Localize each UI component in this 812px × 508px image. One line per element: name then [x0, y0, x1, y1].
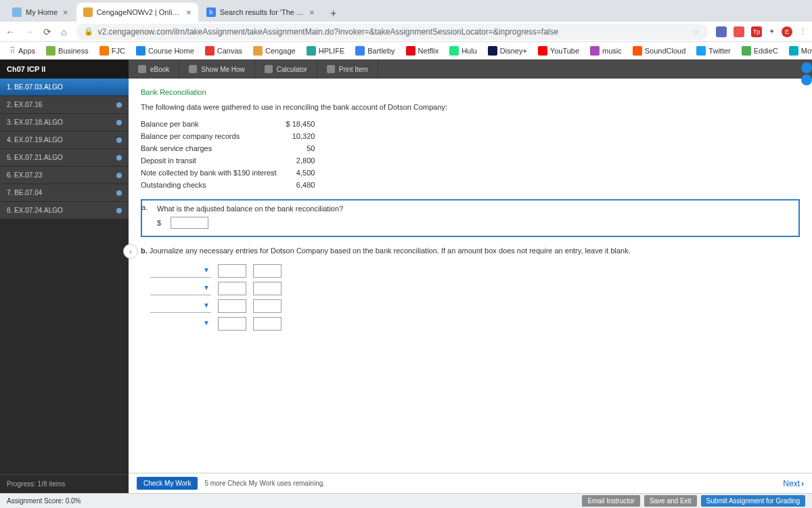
bookmark-item[interactable]: Cengage	[249, 45, 300, 57]
bookmark-item[interactable]: HPLIFE	[302, 45, 349, 57]
bookmark-item[interactable]: Canvas	[201, 45, 246, 57]
bookmark-item[interactable]: Movies	[785, 45, 812, 57]
browser-tab-strip: My Home × CengageNOWv2 | Online teach × …	[0, 0, 812, 22]
bookmark-item[interactable]: Hulu	[445, 45, 481, 57]
account-dropdown[interactable]: ▼	[150, 264, 211, 278]
journal-entry-grid: ▼ ▼ ▼ ▼	[150, 264, 800, 331]
debit-input[interactable]	[218, 317, 246, 331]
bookmark-item[interactable]: Netflix	[402, 45, 443, 57]
reload-icon[interactable]: ⟳	[43, 26, 51, 37]
sidebar-item[interactable]: 6. EX.07.23	[0, 167, 129, 184]
sidebar-header: Ch07 ICP II	[0, 60, 129, 79]
credit-input[interactable]	[253, 299, 281, 313]
table-row: Balance per bank$ 18,450	[141, 118, 324, 130]
save-and-exit-button[interactable]: Save and Exit	[644, 495, 697, 507]
debit-input[interactable]	[218, 282, 246, 295]
bookmark-item[interactable]: FJC	[95, 45, 129, 57]
next-label: Next	[783, 479, 800, 488]
account-dropdown[interactable]: ▼	[150, 299, 211, 313]
bookmark-item[interactable]: ⠿Apps	[5, 45, 39, 57]
toolbar-item[interactable]: Print Item	[317, 60, 378, 79]
puzzle-icon[interactable]: ✦	[769, 27, 775, 36]
browser-toolbar: ← → ⟳ ⌂ 🔒 v2.cengagenow.com/ilrn/takeAss…	[0, 22, 812, 42]
new-tab-button[interactable]: +	[325, 5, 342, 22]
question-letter: a.	[141, 203, 148, 211]
bookmarks-bar: ⠿AppsBusinessFJCCourse HomeCanvasCengage…	[0, 42, 812, 60]
favicon: b	[206, 7, 216, 17]
table-row: Note collected by bank with $190 interes…	[141, 167, 324, 179]
tab-title: CengageNOWv2 | Online teach	[97, 8, 181, 16]
credit-input[interactable]	[253, 264, 281, 278]
sidebar-item[interactable]: 1. BE.07.03.ALGO	[0, 79, 129, 96]
bookmark-item[interactable]: Business	[42, 45, 93, 57]
toolbar-item[interactable]: Calculator	[255, 60, 317, 79]
extension-icon[interactable]	[734, 26, 744, 37]
table-row: Bank service charges50	[141, 142, 324, 154]
forward-icon[interactable]: →	[24, 26, 34, 37]
credit-input[interactable]	[253, 317, 281, 331]
chevron-down-icon: ▼	[203, 284, 210, 291]
question-b-text: b. Journalize any necessary entries for …	[141, 247, 800, 255]
bookmark-item[interactable]: Course Home	[132, 45, 198, 57]
bookmark-item[interactable]: EddieC	[738, 45, 782, 57]
question-a-text: What is the adjusted balance on the bank…	[157, 205, 793, 213]
bookmark-item[interactable]: Bartleby	[351, 45, 399, 57]
bookmark-item[interactable]: Disney+	[484, 45, 531, 57]
table-row: Balance per company records10,320	[141, 130, 324, 142]
browser-tab[interactable]: My Home ×	[5, 3, 75, 22]
submit-assignment-button[interactable]: Submit Assignment for Grading	[701, 495, 805, 507]
support-tab-icon[interactable]	[801, 75, 812, 85]
sidebar-item[interactable]: 8. EX.07.24.ALGO	[0, 202, 129, 219]
tab-title: My Home	[26, 8, 58, 16]
email-instructor-button[interactable]: Email Instructor	[582, 495, 639, 507]
close-icon[interactable]: ×	[186, 7, 191, 18]
star-icon[interactable]: ☆	[692, 27, 700, 37]
check-my-work-button[interactable]: Check My Work	[137, 477, 198, 490]
bookmark-item[interactable]: YouTube	[534, 45, 583, 57]
bookmark-item[interactable]: Twitter	[692, 45, 734, 57]
menu-icon[interactable]: ⋮	[799, 27, 807, 36]
question-a-box: a. What is the adjusted balance on the b…	[141, 199, 800, 237]
sidebar-item[interactable]: 3. EX.07.18.ALGO	[0, 114, 129, 131]
next-button[interactable]: Next›	[783, 479, 804, 488]
sidebar-item[interactable]: 7. BE.07.04	[0, 184, 129, 202]
toolbar-item[interactable]: eBook	[129, 60, 179, 79]
toolbar-item[interactable]: Show Me How	[179, 60, 254, 79]
intro-text: The following data were gathered to use …	[141, 103, 800, 111]
debit-input[interactable]	[218, 299, 246, 313]
question-content: Bank Reconciliation The following data w…	[129, 79, 812, 473]
lock-icon: 🔒	[84, 27, 93, 36]
url-bar[interactable]: 🔒 v2.cengagenow.com/ilrn/takeAssignment/…	[76, 24, 708, 40]
account-dropdown[interactable]: ▼	[150, 317, 211, 331]
help-tab-icon[interactable]	[801, 62, 812, 73]
browser-tab[interactable]: b Search results for 'The followi ×	[200, 3, 321, 22]
table-row: Outstanding checks6,480	[141, 179, 324, 191]
bookmark-item[interactable]: SoundCloud	[629, 45, 690, 57]
extension-icon[interactable]	[716, 26, 727, 37]
back-icon[interactable]: ←	[5, 26, 15, 37]
qb-body: Journalize any necessary entries for Dot…	[150, 247, 631, 255]
home-icon[interactable]: ⌂	[61, 26, 66, 37]
collapse-sidebar-button[interactable]: ‹	[123, 244, 138, 259]
answer-input-a[interactable]	[171, 217, 208, 229]
assignment-bottom-bar: Assignment Score: 0.0% Email Instructor …	[0, 493, 812, 508]
bookmark-item[interactable]: music	[586, 45, 626, 57]
account-dropdown[interactable]: ▼	[150, 282, 211, 295]
sidebar-item[interactable]: 5. EX.07.21.ALGO	[0, 149, 129, 167]
extension-icon[interactable]: Tp	[751, 26, 762, 37]
data-table: Balance per bank$ 18,450Balance per comp…	[141, 118, 324, 191]
profile-avatar[interactable]: E	[782, 26, 792, 37]
sidebar-item[interactable]: 2. EX.07.16	[0, 96, 129, 114]
section-title: Bank Reconciliation	[141, 88, 800, 96]
debit-input[interactable]	[218, 264, 246, 278]
question-footer: Check My Work 5 more Check My Work uses …	[129, 473, 812, 493]
close-icon[interactable]: ×	[63, 7, 68, 18]
close-icon[interactable]: ×	[309, 7, 315, 18]
content-toolbar: eBookShow Me HowCalculatorPrint Item	[129, 60, 812, 79]
credit-input[interactable]	[253, 282, 281, 295]
question-letter: b.	[141, 247, 148, 255]
browser-tab-active[interactable]: CengageNOWv2 | Online teach ×	[76, 3, 198, 22]
favicon	[83, 7, 93, 17]
sidebar-item[interactable]: 4. EX.07.19.ALGO	[0, 131, 129, 149]
table-row: Deposit in transit2,800	[141, 154, 324, 167]
